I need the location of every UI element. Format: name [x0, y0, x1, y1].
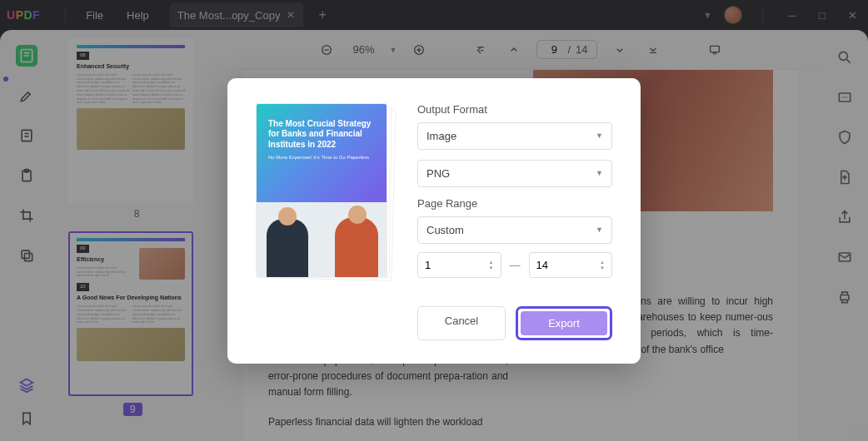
chevron-down-icon: ▼ [596, 169, 603, 177]
stepper-icon[interactable]: ▲▼ [600, 260, 605, 270]
range-separator: — [510, 259, 521, 271]
export-button[interactable]: Export [521, 311, 607, 335]
page-range-select[interactable]: Custom ▼ [417, 216, 612, 244]
preview-subtitle: No More Expenses! It's Time to Go Paperl… [268, 155, 375, 161]
range-to-input[interactable]: ▲▼ [529, 252, 613, 278]
output-format-label: Output Format [417, 103, 612, 116]
dialog-form: Output Format Image ▼ PNG ▼ Page Range C… [417, 103, 612, 340]
dialog-preview: The Most Crucial Strategy for Banks and … [256, 103, 392, 340]
modal-overlay: The Most Crucial Strategy for Banks and … [0, 0, 868, 441]
file-type-select[interactable]: PNG ▼ [417, 160, 612, 187]
output-format-select[interactable]: Image ▼ [417, 122, 612, 150]
file-type-value: PNG [427, 167, 450, 180]
stepper-icon[interactable]: ▲▼ [489, 260, 494, 270]
page-range-label: Page Range [417, 197, 612, 210]
preview-title: The Most Crucial Strategy for Banks and … [268, 119, 375, 151]
output-format-value: Image [427, 130, 456, 142]
page-range-value: Custom [427, 224, 464, 236]
export-dialog: The Most Crucial Strategy for Banks and … [227, 78, 641, 364]
range-from-field[interactable] [425, 259, 458, 271]
chevron-down-icon: ▼ [596, 131, 603, 140]
range-to-field[interactable] [536, 259, 570, 271]
chevron-down-icon: ▼ [596, 225, 603, 234]
range-from-input[interactable]: ▲▼ [417, 252, 501, 278]
cancel-button[interactable]: Cancel [417, 306, 506, 340]
